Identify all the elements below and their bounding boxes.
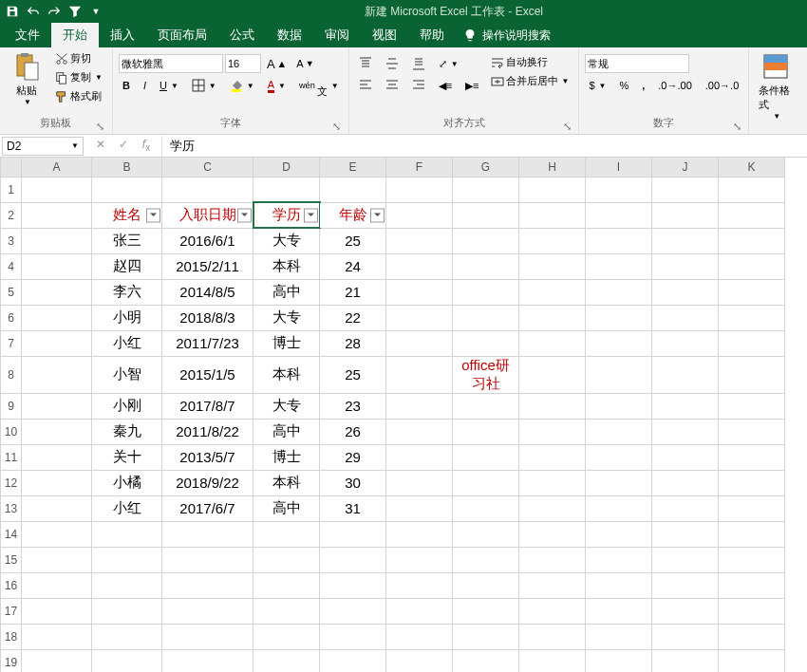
filter-dropdown-button[interactable] bbox=[304, 208, 318, 222]
cell-K10[interactable] bbox=[719, 419, 785, 444]
cell-F13[interactable] bbox=[386, 495, 453, 521]
align-left-button[interactable] bbox=[355, 77, 376, 94]
cell-F9[interactable] bbox=[386, 393, 453, 419]
paste-button[interactable]: 粘贴 ▼ bbox=[6, 49, 47, 108]
accept-icon[interactable]: ✓ bbox=[116, 138, 131, 153]
italic-button[interactable]: I bbox=[140, 78, 150, 93]
cell-K13[interactable] bbox=[719, 495, 785, 521]
cut-button[interactable]: 剪切 bbox=[51, 49, 106, 67]
cell-J7[interactable] bbox=[652, 330, 719, 356]
cell-A1[interactable] bbox=[22, 177, 92, 202]
percent-button[interactable]: % bbox=[615, 78, 632, 93]
cell-C14[interactable] bbox=[162, 521, 253, 547]
bold-button[interactable]: B bbox=[119, 78, 134, 93]
cell-I10[interactable] bbox=[586, 419, 652, 444]
cell-A9[interactable] bbox=[22, 393, 92, 419]
cell-H13[interactable] bbox=[519, 495, 586, 521]
cell-B19[interactable] bbox=[92, 649, 162, 672]
cell-E7[interactable]: 28 bbox=[320, 330, 386, 356]
cell-E12[interactable]: 30 bbox=[320, 470, 386, 495]
cell-K11[interactable] bbox=[719, 444, 785, 470]
decrease-decimal-button[interactable]: .00→.0 bbox=[702, 78, 742, 93]
cell-K7[interactable] bbox=[719, 330, 785, 356]
cell-I17[interactable] bbox=[586, 598, 652, 624]
cell-H6[interactable] bbox=[519, 305, 586, 330]
cell-I15[interactable] bbox=[586, 547, 652, 572]
cell-J9[interactable] bbox=[652, 393, 719, 419]
cell-C15[interactable] bbox=[162, 547, 253, 572]
row-header-8[interactable]: 8 bbox=[1, 356, 22, 393]
cell-B9[interactable]: 小刚 bbox=[92, 393, 162, 419]
cell-B3[interactable]: 张三 bbox=[92, 228, 162, 253]
cell-D11[interactable]: 博士 bbox=[253, 444, 320, 470]
cell-K4[interactable] bbox=[719, 253, 785, 279]
cell-K16[interactable] bbox=[719, 572, 785, 598]
format-painter-button[interactable]: 格式刷 bbox=[51, 87, 106, 105]
col-header-J[interactable]: J bbox=[652, 158, 719, 177]
cell-C10[interactable]: 2011/8/22 bbox=[162, 419, 253, 444]
cell-F7[interactable] bbox=[386, 330, 453, 356]
cell-A4[interactable] bbox=[22, 253, 92, 279]
cell-H17[interactable] bbox=[519, 598, 586, 624]
cell-E1[interactable] bbox=[320, 177, 386, 202]
cell-G4[interactable] bbox=[453, 253, 519, 279]
row-header-2[interactable]: 2 bbox=[1, 202, 22, 228]
cell-A12[interactable] bbox=[22, 470, 92, 495]
cell-B5[interactable]: 李六 bbox=[92, 279, 162, 305]
number-format-select[interactable] bbox=[585, 54, 689, 73]
cell-D7[interactable]: 博士 bbox=[253, 330, 320, 356]
cell-A19[interactable] bbox=[22, 649, 92, 672]
cell-H8[interactable] bbox=[519, 356, 586, 393]
cell-E17[interactable] bbox=[320, 598, 386, 624]
orientation-button[interactable]: ⤢▼ bbox=[435, 56, 462, 72]
border-button[interactable]: ▼ bbox=[188, 77, 220, 94]
tell-me-search[interactable]: 操作说明搜索 bbox=[456, 23, 558, 47]
cell-E11[interactable]: 29 bbox=[320, 444, 386, 470]
formula-input[interactable]: 学历 bbox=[161, 136, 807, 157]
cell-G14[interactable] bbox=[453, 521, 519, 547]
cell-C8[interactable]: 2015/1/5 bbox=[162, 356, 253, 393]
tab-view[interactable]: 视图 bbox=[361, 23, 408, 47]
tab-help[interactable]: 帮助 bbox=[408, 23, 456, 47]
currency-button[interactable]: $ ▼ bbox=[585, 78, 610, 93]
row-header-11[interactable]: 11 bbox=[1, 444, 22, 470]
cell-I9[interactable] bbox=[586, 393, 652, 419]
cell-G7[interactable] bbox=[453, 330, 519, 356]
cell-K9[interactable] bbox=[719, 393, 785, 419]
cell-E18[interactable] bbox=[320, 624, 386, 649]
cell-J8[interactable] bbox=[652, 356, 719, 393]
col-header-B[interactable]: B bbox=[92, 158, 162, 177]
cell-I14[interactable] bbox=[586, 521, 652, 547]
dialog-launcher-icon[interactable]: ⤡ bbox=[561, 121, 572, 132]
cell-B18[interactable] bbox=[92, 624, 162, 649]
cell-F16[interactable] bbox=[386, 572, 453, 598]
cell-F4[interactable] bbox=[386, 253, 453, 279]
cell-C3[interactable]: 2016/6/1 bbox=[162, 228, 253, 253]
phonetic-button[interactable]: wén文▼ bbox=[295, 71, 343, 101]
cell-C1[interactable] bbox=[162, 177, 253, 202]
cell-J19[interactable] bbox=[652, 649, 719, 672]
fill-color-button[interactable]: ▼ bbox=[226, 77, 258, 94]
cell-E2[interactable]: 年龄 bbox=[320, 202, 386, 228]
dialog-launcher-icon[interactable]: ⤡ bbox=[331, 121, 343, 132]
cell-B13[interactable]: 小红 bbox=[92, 495, 162, 521]
cell-J5[interactable] bbox=[652, 279, 719, 305]
dialog-launcher-icon[interactable]: ⤡ bbox=[731, 121, 742, 132]
tab-formulas[interactable]: 公式 bbox=[218, 23, 266, 47]
cell-H1[interactable] bbox=[519, 177, 586, 202]
cell-G11[interactable] bbox=[453, 444, 519, 470]
font-size-input[interactable] bbox=[225, 54, 261, 73]
copy-button[interactable]: 复制▼ bbox=[51, 68, 106, 86]
row-header-1[interactable]: 1 bbox=[1, 177, 22, 202]
cell-F8[interactable] bbox=[386, 356, 453, 393]
row-header-3[interactable]: 3 bbox=[1, 228, 22, 253]
undo-icon[interactable] bbox=[25, 3, 42, 20]
cell-D15[interactable] bbox=[253, 547, 320, 572]
select-all-corner[interactable] bbox=[1, 158, 22, 177]
cell-C7[interactable]: 2011/7/23 bbox=[162, 330, 253, 356]
tab-data[interactable]: 数据 bbox=[266, 23, 313, 47]
cell-J1[interactable] bbox=[652, 177, 719, 202]
cell-I7[interactable] bbox=[586, 330, 652, 356]
cell-G17[interactable] bbox=[453, 598, 519, 624]
cell-E19[interactable] bbox=[320, 649, 386, 672]
